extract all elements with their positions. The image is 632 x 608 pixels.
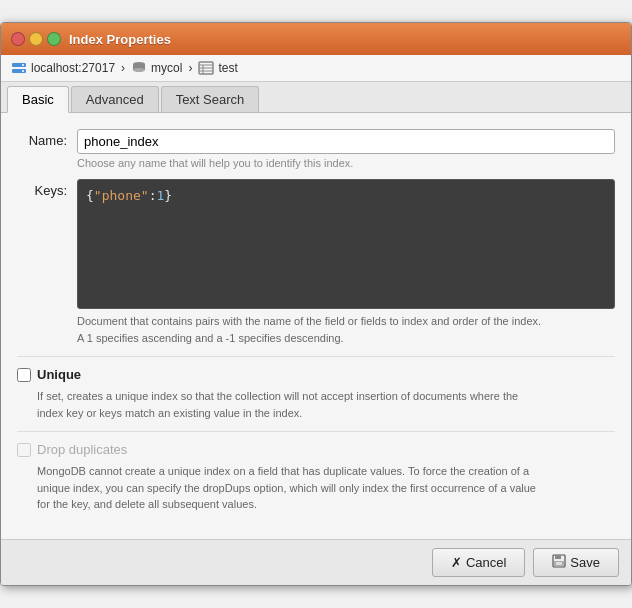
- breadcrumb-server: localhost:27017: [11, 60, 115, 76]
- unique-label[interactable]: Unique: [37, 367, 81, 382]
- divider-2: [17, 431, 615, 432]
- open-brace: {: [86, 188, 94, 203]
- tabs-bar: Basic Advanced Text Search: [1, 82, 631, 113]
- svg-rect-15: [556, 562, 562, 565]
- breadcrumb-collection: test: [198, 60, 237, 76]
- save-icon: [552, 554, 566, 571]
- window-title: Index Properties: [69, 32, 171, 47]
- footer: ✗ Cancel Save: [1, 539, 631, 585]
- save-button[interactable]: Save: [533, 548, 619, 577]
- svg-point-3: [22, 70, 24, 72]
- tab-text-search[interactable]: Text Search: [161, 86, 260, 112]
- tab-advanced[interactable]: Advanced: [71, 86, 159, 112]
- name-field-content: Choose any name that will help you to id…: [77, 129, 615, 169]
- tab-basic[interactable]: Basic: [7, 86, 69, 113]
- maximize-button[interactable]: [47, 32, 61, 46]
- cancel-icon: ✗: [451, 555, 462, 570]
- breadcrumb-bar: localhost:27017 › mycol ›: [1, 55, 631, 82]
- titlebar: Index Properties: [1, 23, 631, 55]
- titlebar-buttons: [11, 32, 61, 46]
- close-button[interactable]: [11, 32, 25, 46]
- drop-duplicates-description: MongoDB cannot create a unique index on …: [37, 463, 615, 513]
- keys-field-row: Keys: {"phone":1} Document that contains…: [17, 179, 615, 346]
- keys-label: Keys:: [17, 179, 67, 198]
- breadcrumb-sep2: ›: [188, 61, 192, 75]
- breadcrumb-sep1: ›: [121, 61, 125, 75]
- name-input[interactable]: [77, 129, 615, 154]
- server-icon: [11, 60, 27, 76]
- database-icon: [131, 60, 147, 76]
- unique-row: Unique: [17, 367, 615, 382]
- drop-duplicates-checkbox[interactable]: [17, 443, 31, 457]
- svg-rect-13: [555, 555, 561, 559]
- content-area: Name: Choose any name that will help you…: [1, 113, 631, 539]
- drop-duplicates-label[interactable]: Drop duplicates: [37, 442, 127, 457]
- keys-doc: Document that contains pairs with the na…: [77, 313, 615, 346]
- name-label: Name:: [17, 129, 67, 148]
- collection-icon: [198, 60, 214, 76]
- cancel-button[interactable]: ✗ Cancel: [432, 548, 525, 577]
- svg-point-2: [22, 64, 24, 66]
- breadcrumb-db: mycol: [131, 60, 182, 76]
- keys-editor[interactable]: {"phone":1}: [77, 179, 615, 309]
- name-field-row: Name: Choose any name that will help you…: [17, 129, 615, 169]
- svg-point-6: [133, 68, 145, 72]
- dropdup-row: Drop duplicates: [17, 442, 615, 457]
- collection-label: test: [218, 61, 237, 75]
- divider-1: [17, 356, 615, 357]
- key-name: "phone": [94, 188, 149, 203]
- minimize-button[interactable]: [29, 32, 43, 46]
- window: Index Properties localhost:27017 ›: [0, 22, 632, 586]
- server-label: localhost:27017: [31, 61, 115, 75]
- keys-field-content: {"phone":1} Document that contains pairs…: [77, 179, 615, 346]
- close-brace: }: [164, 188, 172, 203]
- unique-description: If set, creates a unique index so that t…: [37, 388, 615, 421]
- db-label: mycol: [151, 61, 182, 75]
- unique-checkbox[interactable]: [17, 368, 31, 382]
- name-hint: Choose any name that will help you to id…: [77, 157, 615, 169]
